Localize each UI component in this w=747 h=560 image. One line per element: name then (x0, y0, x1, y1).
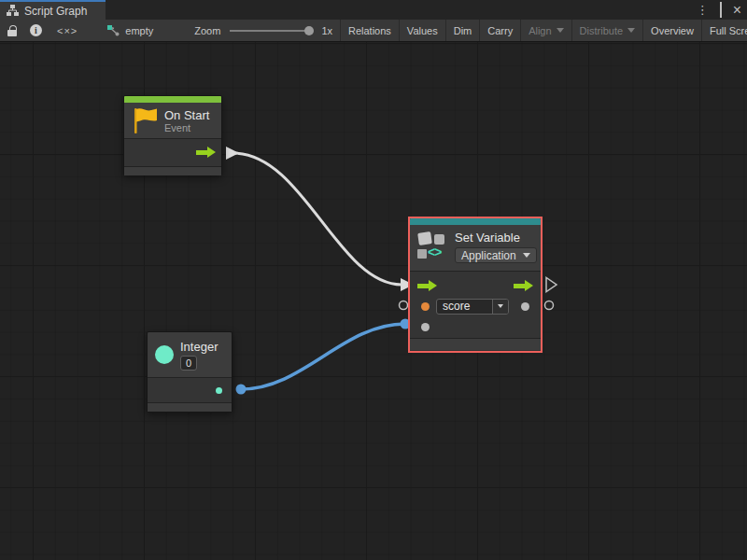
value-port-row (410, 316, 541, 337)
dropdown-button[interactable] (492, 300, 508, 314)
selection-label: empty (125, 25, 153, 36)
scope-dropdown[interactable]: Application (455, 247, 537, 263)
toolbar-buttons: Relations Values Dim Carry Align Distrib… (340, 20, 747, 41)
value-output-cap[interactable] (236, 385, 247, 395)
node-header: On Start Event (124, 103, 221, 138)
control-output-icon[interactable] (514, 280, 533, 292)
node-ports: score (410, 271, 541, 338)
connections-layer (0, 42, 747, 560)
zoom-control: Zoom 1x (187, 20, 340, 41)
menu-icon[interactable]: ⋮ (697, 0, 709, 20)
selection-icon (107, 25, 120, 36)
code-overlay-button[interactable]: <×> (49, 20, 85, 41)
integer-value-field[interactable]: 0 (180, 356, 197, 371)
lock-button[interactable] (0, 20, 22, 41)
control-port-row (410, 275, 541, 296)
integer-icon (155, 345, 174, 364)
maximize-icon[interactable] (720, 0, 722, 20)
value-output-icon[interactable] (521, 302, 529, 311)
node-integer[interactable]: Integer 0 (147, 331, 233, 413)
control-output-cap[interactable] (226, 147, 239, 160)
zoom-value: 1x (321, 25, 332, 36)
variable-accent-strip (410, 218, 541, 225)
chevron-down-icon (523, 253, 530, 258)
node-ports (124, 138, 221, 166)
title-bar: Script Graph ⋮ × (0, 0, 747, 20)
value-input-icon[interactable] (421, 323, 430, 331)
chevron-down-icon (627, 28, 635, 33)
distribute-button[interactable]: Distribute (572, 20, 642, 41)
tab-script-graph[interactable]: Script Graph (0, 0, 106, 20)
node-set-variable[interactable]: <> Set Variable Application (410, 218, 541, 351)
dim-button[interactable]: Dim (446, 20, 480, 41)
name-input-icon[interactable] (421, 302, 430, 311)
node-footer (124, 166, 221, 175)
graph-icon (7, 5, 19, 17)
name-port-row: score (410, 296, 541, 316)
carry-button[interactable]: Carry (480, 20, 520, 41)
graph-canvas[interactable]: On Start Event <> Set Variable (0, 42, 747, 560)
fullscreen-button[interactable]: Full Screen (702, 20, 747, 41)
event-accent-strip (124, 96, 221, 103)
node-subtitle: Event (164, 122, 209, 133)
node-title: Integer (180, 340, 218, 354)
graph-toolbar: i <×> empty Zoom 1x Relations (0, 20, 747, 42)
node-title: Set Variable (455, 231, 537, 245)
setvariable-value-output-port[interactable] (545, 301, 554, 310)
info-icon: i (30, 24, 42, 36)
inspect-button[interactable]: i (22, 20, 49, 41)
scope-dropdown-value: Application (461, 249, 516, 262)
selection-outline: <> Set Variable Application (408, 217, 543, 353)
node-footer (148, 402, 232, 412)
connection-onstart-to-setvariable[interactable] (233, 153, 402, 285)
selection-indicator: empty (85, 20, 161, 41)
zoom-label: Zoom (194, 25, 220, 36)
setvariable-control-output-port[interactable] (546, 278, 557, 292)
values-button[interactable]: Values (400, 20, 445, 41)
setvariable-name-input-port[interactable] (400, 301, 408, 310)
chevron-down-icon (557, 28, 564, 33)
tab-title: Script Graph (24, 5, 87, 18)
zoom-slider-thumb[interactable] (304, 26, 314, 35)
variable-name-dropdown[interactable]: score (436, 299, 509, 315)
node-title: On Start (164, 108, 209, 122)
node-header: <> Set Variable Application (410, 225, 541, 271)
chevron-down-icon (498, 304, 503, 308)
control-input-icon[interactable] (417, 280, 437, 292)
integer-output-icon[interactable] (216, 387, 222, 394)
node-on-start[interactable]: On Start Event (123, 95, 222, 175)
node-header: Integer 0 (148, 332, 232, 377)
close-icon[interactable]: × (733, 0, 741, 20)
connection-integer-to-setvariable[interactable] (241, 324, 405, 389)
lock-icon (7, 25, 15, 36)
node-footer (410, 338, 541, 350)
code-overlay-icon: <×> (57, 25, 78, 36)
set-variable-icon: <> (417, 231, 448, 264)
relations-button[interactable]: Relations (341, 20, 399, 41)
control-output-icon[interactable] (196, 147, 216, 159)
window-controls: ⋮ × (697, 0, 741, 20)
variable-name-value: score (437, 300, 492, 313)
node-ports (148, 377, 232, 402)
script-graph-window: Script Graph ⋮ × i <×> empty (0, 0, 747, 560)
overview-button[interactable]: Overview (643, 20, 701, 41)
flag-icon (132, 106, 158, 134)
align-button[interactable]: Align (521, 20, 571, 41)
zoom-slider[interactable] (230, 30, 312, 32)
code-brackets-icon: <> (428, 245, 441, 259)
